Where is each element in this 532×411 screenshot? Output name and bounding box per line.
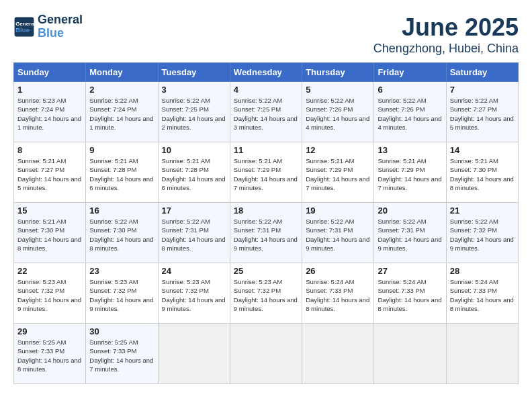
day-info: Sunrise: 5:21 AMSunset: 7:30 PMDaylight:… [17, 218, 81, 252]
table-row [230, 324, 302, 384]
day-info: Sunrise: 5:25 AMSunset: 7:33 PMDaylight:… [17, 338, 81, 373]
day-number: 24 [162, 266, 226, 276]
calendar-title: June 2025 [373, 13, 519, 42]
day-number: 12 [306, 145, 370, 155]
day-number: 3 [162, 85, 226, 95]
day-number: 16 [89, 205, 154, 216]
table-row: 28 Sunrise: 5:24 AMSunset: 7:33 PMDaylig… [446, 263, 518, 324]
table-row: 10 Sunrise: 5:21 AMSunset: 7:28 PMDaylig… [158, 142, 230, 203]
table-row: 23 Sunrise: 5:23 AMSunset: 7:32 PMDaylig… [86, 263, 158, 324]
day-info: Sunrise: 5:21 AMSunset: 7:28 PMDaylight:… [89, 157, 153, 191]
table-row: 26 Sunrise: 5:24 AMSunset: 7:33 PMDaylig… [302, 263, 374, 324]
logo-text: GeneralBlue [38, 13, 83, 40]
table-row: 24 Sunrise: 5:23 AMSunset: 7:32 PMDaylig… [158, 263, 230, 324]
day-info: Sunrise: 5:21 AMSunset: 7:29 PMDaylight:… [378, 157, 441, 191]
day-info: Sunrise: 5:22 AMSunset: 7:31 PMDaylight:… [162, 218, 226, 252]
day-number: 22 [17, 266, 82, 276]
table-row [374, 324, 446, 384]
header: General Blue GeneralBlue June 2025 Cheng… [13, 13, 519, 56]
day-number: 17 [162, 205, 226, 216]
table-row: 1 Sunrise: 5:23 AMSunset: 7:24 PMDayligh… [14, 82, 86, 142]
day-number: 20 [378, 205, 442, 216]
day-info: Sunrise: 5:22 AMSunset: 7:25 PMDaylight:… [162, 97, 226, 131]
table-row: 8 Sunrise: 5:21 AMSunset: 7:27 PMDayligh… [14, 142, 86, 203]
table-row: 22 Sunrise: 5:23 AMSunset: 7:32 PMDaylig… [14, 263, 86, 324]
logo-icon: General Blue [13, 16, 35, 38]
day-info: Sunrise: 5:22 AMSunset: 7:31 PMDaylight:… [306, 218, 369, 252]
day-number: 8 [17, 145, 82, 155]
day-info: Sunrise: 5:22 AMSunset: 7:25 PMDaylight:… [234, 97, 298, 131]
table-row: 25 Sunrise: 5:23 AMSunset: 7:32 PMDaylig… [230, 263, 302, 324]
calendar-week-row: 15 Sunrise: 5:21 AMSunset: 7:30 PMDaylig… [14, 203, 519, 263]
day-info: Sunrise: 5:21 AMSunset: 7:29 PMDaylight:… [306, 157, 369, 191]
day-info: Sunrise: 5:21 AMSunset: 7:29 PMDaylight:… [234, 157, 298, 191]
table-row: 30 Sunrise: 5:25 AMSunset: 7:33 PMDaylig… [86, 324, 158, 384]
header-wednesday: Wednesday [230, 63, 302, 82]
table-row: 13 Sunrise: 5:21 AMSunset: 7:29 PMDaylig… [374, 142, 446, 203]
calendar-subtitle: Chengzhong, Hubei, China [373, 42, 519, 56]
day-info: Sunrise: 5:21 AMSunset: 7:30 PMDaylight:… [450, 157, 514, 191]
day-number: 14 [450, 145, 515, 155]
day-number: 29 [17, 326, 82, 336]
table-row: 7 Sunrise: 5:22 AMSunset: 7:27 PMDayligh… [446, 82, 518, 142]
table-row: 19 Sunrise: 5:22 AMSunset: 7:31 PMDaylig… [302, 203, 374, 263]
table-row: 14 Sunrise: 5:21 AMSunset: 7:30 PMDaylig… [446, 142, 518, 203]
day-info: Sunrise: 5:22 AMSunset: 7:26 PMDaylight:… [306, 97, 369, 131]
table-row [158, 324, 230, 384]
table-row: 3 Sunrise: 5:22 AMSunset: 7:25 PMDayligh… [158, 82, 230, 142]
calendar-week-row: 1 Sunrise: 5:23 AMSunset: 7:24 PMDayligh… [14, 82, 519, 142]
header-monday: Monday [86, 63, 158, 82]
table-row: 2 Sunrise: 5:22 AMSunset: 7:24 PMDayligh… [86, 82, 158, 142]
table-row: 17 Sunrise: 5:22 AMSunset: 7:31 PMDaylig… [158, 203, 230, 263]
day-number: 13 [378, 145, 442, 155]
day-info: Sunrise: 5:24 AMSunset: 7:33 PMDaylight:… [378, 278, 441, 312]
day-number: 15 [17, 205, 82, 216]
day-info: Sunrise: 5:22 AMSunset: 7:31 PMDaylight:… [378, 218, 441, 252]
table-row: 9 Sunrise: 5:21 AMSunset: 7:28 PMDayligh… [86, 142, 158, 203]
day-info: Sunrise: 5:23 AMSunset: 7:32 PMDaylight:… [17, 278, 81, 312]
day-number: 11 [234, 145, 298, 155]
day-info: Sunrise: 5:23 AMSunset: 7:32 PMDaylight:… [89, 278, 153, 312]
svg-text:Blue: Blue [15, 26, 30, 34]
header-sunday: Sunday [14, 63, 86, 82]
table-row: 18 Sunrise: 5:22 AMSunset: 7:31 PMDaylig… [230, 203, 302, 263]
day-info: Sunrise: 5:24 AMSunset: 7:33 PMDaylight:… [450, 278, 514, 312]
logo: General Blue GeneralBlue [13, 13, 83, 40]
table-row: 21 Sunrise: 5:22 AMSunset: 7:32 PMDaylig… [446, 203, 518, 263]
header-saturday: Saturday [446, 63, 518, 82]
day-number: 10 [162, 145, 226, 155]
day-number: 2 [89, 85, 154, 95]
day-number: 25 [234, 266, 298, 276]
title-area: June 2025 Chengzhong, Hubei, China [373, 13, 519, 56]
day-number: 18 [234, 205, 298, 216]
day-info: Sunrise: 5:21 AMSunset: 7:27 PMDaylight:… [17, 157, 81, 191]
calendar-week-row: 29 Sunrise: 5:25 AMSunset: 7:33 PMDaylig… [14, 324, 519, 384]
table-row: 4 Sunrise: 5:22 AMSunset: 7:25 PMDayligh… [230, 82, 302, 142]
day-info: Sunrise: 5:23 AMSunset: 7:24 PMDaylight:… [17, 97, 81, 131]
day-number: 1 [17, 85, 82, 95]
day-number: 5 [306, 85, 370, 95]
day-number: 19 [306, 205, 370, 216]
header-friday: Friday [374, 63, 446, 82]
day-info: Sunrise: 5:25 AMSunset: 7:33 PMDaylight:… [89, 338, 153, 373]
day-number: 28 [450, 266, 515, 276]
day-number: 30 [89, 326, 154, 336]
calendar-table: Sunday Monday Tuesday Wednesday Thursday… [13, 62, 519, 384]
table-row [302, 324, 374, 384]
table-row: 16 Sunrise: 5:22 AMSunset: 7:30 PMDaylig… [86, 203, 158, 263]
day-info: Sunrise: 5:22 AMSunset: 7:24 PMDaylight:… [89, 97, 153, 131]
day-number: 27 [378, 266, 442, 276]
day-number: 4 [234, 85, 298, 95]
table-row: 29 Sunrise: 5:25 AMSunset: 7:33 PMDaylig… [14, 324, 86, 384]
day-number: 21 [450, 205, 515, 216]
day-info: Sunrise: 5:21 AMSunset: 7:28 PMDaylight:… [162, 157, 226, 191]
table-row: 5 Sunrise: 5:22 AMSunset: 7:26 PMDayligh… [302, 82, 374, 142]
header-tuesday: Tuesday [158, 63, 230, 82]
table-row: 15 Sunrise: 5:21 AMSunset: 7:30 PMDaylig… [14, 203, 86, 263]
table-row: 11 Sunrise: 5:21 AMSunset: 7:29 PMDaylig… [230, 142, 302, 203]
calendar-week-row: 22 Sunrise: 5:23 AMSunset: 7:32 PMDaylig… [14, 263, 519, 324]
day-number: 23 [89, 266, 154, 276]
day-info: Sunrise: 5:22 AMSunset: 7:31 PMDaylight:… [234, 218, 298, 252]
table-row: 12 Sunrise: 5:21 AMSunset: 7:29 PMDaylig… [302, 142, 374, 203]
day-info: Sunrise: 5:22 AMSunset: 7:26 PMDaylight:… [378, 97, 441, 131]
